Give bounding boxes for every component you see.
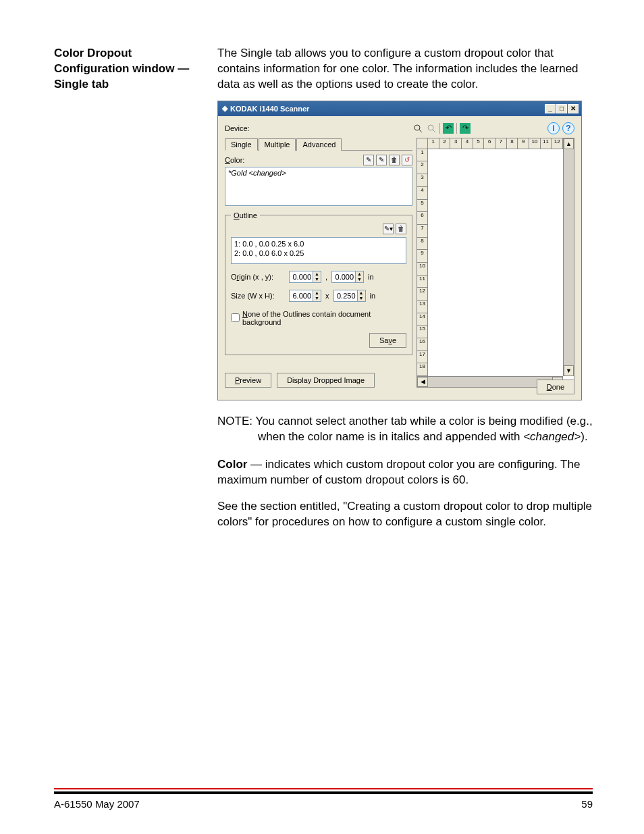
origin-y-input[interactable] (331, 271, 356, 283)
ruler-tick: 2 (439, 138, 451, 149)
ruler-tick: 4 (462, 138, 473, 149)
display-dropped-button[interactable]: Display Dropped Image (277, 373, 375, 388)
ruler-tick: 15 (417, 325, 427, 338)
ruler-horizontal: 1 2 3 4 5 6 7 8 9 10 11 12 (428, 138, 563, 149)
ruler-tick: 6 (484, 138, 495, 149)
ruler-corner (417, 138, 428, 149)
zoom-in-icon[interactable] (412, 123, 423, 134)
intro-paragraph: The Single tab allows you to configure a… (217, 46, 593, 93)
save-button[interactable]: Save (369, 333, 406, 348)
scroll-track[interactable] (428, 377, 552, 387)
ruler-tick: 12 (417, 288, 427, 301)
size-unit: in (370, 292, 376, 300)
color-new-icon[interactable]: ✎ (363, 155, 374, 165)
ruler-tick: 13 (417, 301, 427, 313)
dialog-window: ◆ KODAK i1440 Scanner _ □ ✕ Device: ↶ (217, 101, 582, 400)
preview-canvas[interactable] (428, 149, 563, 376)
size-label: Size (W x H): (231, 292, 285, 300)
window-title: KODAK i1440 Scanner (230, 105, 309, 113)
device-label: Device: (225, 124, 400, 132)
ruler-tick: 1 (417, 149, 427, 162)
toolbar-separator (456, 123, 457, 134)
ruler-tick: 4 (417, 187, 427, 200)
svg-point-0 (414, 125, 420, 130)
size-h-spinner[interactable]: ▲▼ (333, 290, 366, 302)
tab-single[interactable]: Single (225, 138, 258, 151)
ruler-tick: 5 (417, 200, 427, 213)
rotate-right-icon[interactable]: ↷ (460, 123, 471, 134)
scroll-down-icon[interactable]: ▼ (564, 365, 574, 376)
ruler-tick: 12 (552, 138, 563, 149)
preview-button[interactable]: Preview (225, 373, 271, 388)
outline-item[interactable]: 1: 0.0 , 0.0 0.25 x 6.0 (234, 239, 403, 249)
ruler-tick: 11 (541, 138, 552, 149)
titlebar: ◆ KODAK i1440 Scanner _ □ ✕ (218, 101, 581, 116)
size-separator: x (325, 292, 329, 300)
image-toolbar: ↶ ↷ (412, 123, 471, 134)
maximize-button[interactable]: □ (556, 104, 567, 113)
scroll-track[interactable] (564, 149, 574, 365)
ruler-tick: 8 (417, 238, 427, 251)
preview-area: 1 2 3 4 5 6 7 8 9 10 11 12 (417, 138, 574, 388)
ruler-tick: 7 (417, 225, 427, 238)
rotate-left-icon[interactable]: ↶ (443, 123, 454, 134)
tab-multiple[interactable]: Multiple (259, 138, 296, 151)
vertical-scrollbar[interactable]: ▲ ▼ (563, 138, 574, 376)
outline-fieldset: Outline ✎▾ 🗑 1: 0.0 , 0.0 0.25 x 6.0 2: … (225, 211, 412, 355)
svg-line-3 (433, 130, 435, 132)
ruler-tick: 10 (529, 138, 541, 149)
zoom-out-icon[interactable] (426, 123, 437, 134)
ruler-tick: 3 (450, 138, 462, 149)
size-w-spinner[interactable]: ▲▼ (289, 290, 321, 302)
section-heading: Color Dropout Configuration window — Sin… (54, 46, 204, 93)
outline-delete-icon[interactable]: 🗑 (396, 224, 406, 234)
footer-right: 59 (581, 798, 593, 810)
ruler-tick: 1 (428, 138, 439, 149)
svg-line-1 (419, 130, 422, 132)
color-rename-icon[interactable]: ✎ (376, 155, 387, 165)
page-footer: A-61550 May 2007 59 (54, 791, 593, 810)
ruler-tick: 2 (417, 161, 427, 174)
ruler-tick: 7 (495, 138, 507, 149)
origin-unit: in (368, 273, 374, 281)
toolbar-separator (439, 123, 440, 134)
ruler-tick: 16 (417, 338, 427, 351)
none-outlines-label: None of the Outlines contain document ba… (242, 310, 406, 326)
origin-y-spinner[interactable]: ▲▼ (331, 271, 364, 283)
color-delete-icon[interactable]: 🗑 (389, 155, 400, 165)
tab-advanced[interactable]: Advanced (296, 138, 342, 151)
minimize-button[interactable]: _ (545, 104, 556, 113)
size-h-input[interactable] (333, 290, 358, 302)
ruler-tick: 14 (417, 313, 427, 326)
outline-list[interactable]: 1: 0.0 , 0.0 0.25 x 6.0 2: 0.0 , 0.0 6.0… (231, 237, 406, 264)
ruler-tick: 18 (417, 363, 427, 376)
color-paragraph: Color — indicates which custom dropout c… (217, 457, 593, 488)
tab-strip: Single Multiple Advanced (225, 138, 412, 151)
origin-separator: , (325, 273, 327, 281)
origin-label: Origin (x , y): (231, 273, 285, 281)
svg-point-2 (428, 125, 433, 130)
help-icon[interactable]: ? (562, 122, 574, 134)
about-icon[interactable]: i (547, 122, 560, 134)
color-reset-icon[interactable]: ↺ (402, 155, 412, 165)
scroll-up-icon[interactable]: ▲ (564, 138, 574, 149)
scroll-left-icon[interactable]: ◀ (417, 377, 428, 387)
origin-x-input[interactable] (289, 271, 313, 283)
close-button[interactable]: ✕ (568, 104, 579, 113)
app-icon: ◆ (222, 104, 227, 113)
none-outlines-checkbox[interactable] (231, 313, 240, 322)
ruler-tick: 6 (417, 212, 427, 225)
outline-add-icon[interactable]: ✎▾ (383, 224, 394, 234)
ruler-tick: 10 (417, 263, 427, 276)
color-list[interactable]: *Gold <changed> (225, 167, 412, 206)
color-label: Color: (225, 156, 363, 164)
ruler-tick: 9 (518, 138, 529, 149)
origin-x-spinner[interactable]: ▲▼ (289, 271, 321, 283)
ruler-tick: 8 (507, 138, 518, 149)
outline-legend: Outline (231, 211, 260, 219)
outline-item[interactable]: 2: 0.0 , 0.0 6.0 x 0.25 (234, 249, 403, 258)
size-w-input[interactable] (289, 290, 313, 302)
done-button[interactable]: Done (537, 380, 574, 394)
ruler-vertical: 1 2 3 4 5 6 7 8 9 10 11 12 13 (417, 149, 428, 376)
ruler-tick: 9 (417, 250, 427, 263)
